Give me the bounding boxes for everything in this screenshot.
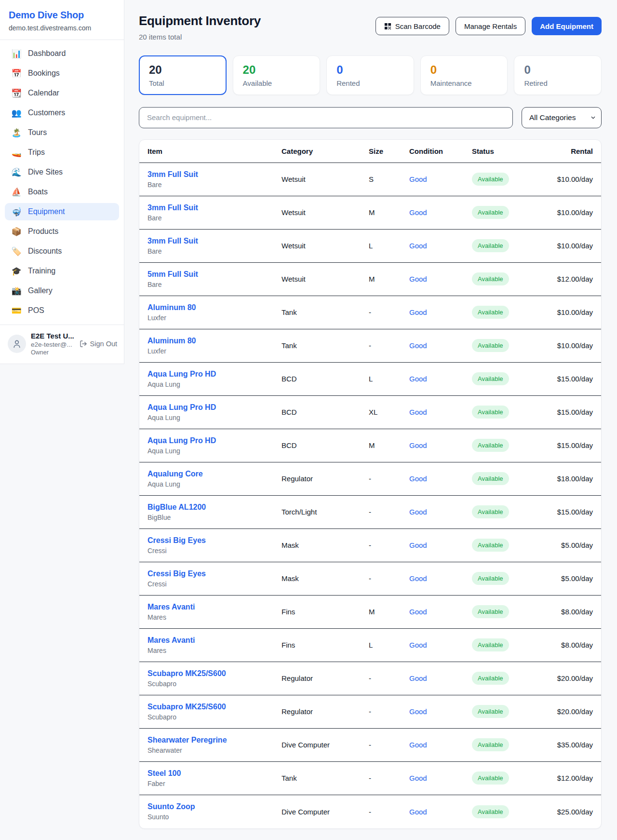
rental-price: $20.00/day [540,707,593,716]
stat-card-available[interactable]: 20 Available [233,55,321,95]
status-cell: Available [472,572,540,585]
condition-link[interactable]: Good [409,674,472,682]
sidebar-item-dashboard[interactable]: 📊 Dashboard [5,45,119,62]
condition-link[interactable]: Good [409,308,472,316]
item-link[interactable]: Scubapro MK25/S600 [148,669,282,678]
size-cell: - [369,674,409,682]
size-cell: L [369,375,409,383]
stat-label: Maintenance [430,79,498,87]
sidebar-item-bookings[interactable]: 📅 Bookings [5,65,119,82]
barcode-icon [384,23,391,30]
condition-link[interactable]: Good [409,275,472,283]
status-cell: Available [472,738,540,751]
sidebar-item-dive-sites[interactable]: 🌊 Dive Sites [5,163,119,181]
item-link[interactable]: 3mm Full Suit [148,170,282,179]
item-link[interactable]: Aluminum 80 [148,337,282,345]
sidebar-item-tours[interactable]: 🏝️ Tours [5,124,119,141]
category-cell: BCD [282,375,369,383]
table-row: Mares Avanti Mares Fins M Good Available… [139,596,601,629]
table-row: Steel 100 Faber Tank - Good Available $1… [139,762,601,795]
condition-link[interactable]: Good [409,242,472,250]
status-cell: Available [472,206,540,219]
condition-link[interactable]: Good [409,441,472,449]
sidebar-item-customers[interactable]: 👥 Customers [5,104,119,122]
user-name: E2E Test U... [31,332,75,340]
condition-link[interactable]: Good [409,808,472,816]
sidebar-item-equipment[interactable]: 🤿 Equipment [5,203,119,220]
condition-link[interactable]: Good [409,707,472,716]
sidebar-item-calendar[interactable]: 📆 Calendar [5,84,119,102]
products-icon: 📦 [11,228,22,236]
item-link[interactable]: 5mm Full Suit [148,270,282,279]
category-cell: Torch/Light [282,508,369,516]
condition-link[interactable]: Good [409,375,472,383]
sidebar-item-boats[interactable]: ⛵ Boats [5,183,119,201]
condition-link[interactable]: Good [409,541,472,549]
rental-price: $35.00/day [540,741,593,749]
item-link[interactable]: 3mm Full Suit [148,237,282,245]
search-input[interactable] [139,107,513,128]
item-link[interactable]: BigBlue AL1200 [148,503,282,512]
item-brand: Luxfer [148,347,282,355]
equipment-icon: 🤿 [11,208,22,216]
sidebar-item-discounts[interactable]: 🏷️ Discounts [5,243,119,260]
condition-link[interactable]: Good [409,641,472,649]
item-link[interactable]: Aqualung Core [148,470,282,478]
condition-link[interactable]: Good [409,508,472,516]
condition-link[interactable]: Good [409,608,472,616]
status-badge: Available [472,572,509,585]
condition-link[interactable]: Good [409,208,472,217]
user-role: Owner [31,349,75,356]
item-link[interactable]: Aqua Lung Pro HD [148,403,282,412]
sidebar-item-training[interactable]: 🎓 Training [5,262,119,280]
condition-link[interactable]: Good [409,474,472,483]
manage-rentals-button[interactable]: Manage Rentals [456,17,525,35]
page-title-block: Equipment Inventory 20 items total [139,14,261,41]
condition-link[interactable]: Good [409,741,472,749]
item-link[interactable]: Mares Avanti [148,636,282,645]
add-equipment-button[interactable]: Add Equipment [532,17,602,35]
category-cell: Tank [282,341,369,350]
item-link[interactable]: Mares Avanti [148,603,282,611]
user-info: E2E Test U... e2e-tester@... Owner [31,332,75,356]
brand-name: Demo Dive Shop [9,10,115,21]
sign-out-button[interactable]: Sign Out [80,340,117,348]
sidebar-item-trips[interactable]: 🚤 Trips [5,144,119,161]
category-select[interactable]: All Categories [522,108,601,128]
item-link[interactable]: Aqua Lung Pro HD [148,436,282,445]
item-link[interactable]: Suunto Zoop [148,802,282,811]
condition-link[interactable]: Good [409,574,472,583]
item-link[interactable]: Steel 100 [148,769,282,778]
item-brand: BigBlue [148,514,282,521]
stat-card-total[interactable]: 20 Total [139,55,227,95]
stat-card-rented[interactable]: 0 Rented [326,55,414,95]
table-row: 3mm Full Suit Bare Wetsuit M Good Availa… [139,196,601,230]
stat-card-maintenance[interactable]: 0 Maintenance [420,55,508,95]
stat-label: Available [243,79,310,87]
status-cell: Available [472,339,540,352]
sidebar-item-pos[interactable]: 💳 POS [5,302,119,319]
item-link[interactable]: Cressi Big Eyes [148,569,282,578]
items-total-count: 20 items total [139,33,261,41]
customers-icon: 👥 [11,109,22,117]
sidebar-item-gallery[interactable]: 📸 Gallery [5,282,119,299]
sidebar-item-products[interactable]: 📦 Products [5,223,119,240]
rental-price: $10.00/day [540,308,593,316]
condition-link[interactable]: Good [409,175,472,183]
condition-link[interactable]: Good [409,341,472,350]
item-link[interactable]: Aqua Lung Pro HD [148,370,282,379]
item-link[interactable]: Aluminum 80 [148,303,282,312]
item-link[interactable]: 3mm Full Suit [148,203,282,212]
condition-link[interactable]: Good [409,774,472,782]
item-link[interactable]: Shearwater Peregrine [148,736,282,745]
item-cell: Mares Avanti Mares [148,603,282,621]
category-cell: Wetsuit [282,275,369,283]
size-cell: XL [369,408,409,416]
size-cell: L [369,242,409,250]
scan-barcode-button[interactable]: Scan Barcode [376,17,449,35]
item-link[interactable]: Cressi Big Eyes [148,536,282,545]
item-link[interactable]: Scubapro MK25/S600 [148,703,282,711]
stat-card-retired[interactable]: 0 Retired [514,55,602,95]
size-cell: L [369,641,409,649]
condition-link[interactable]: Good [409,408,472,416]
